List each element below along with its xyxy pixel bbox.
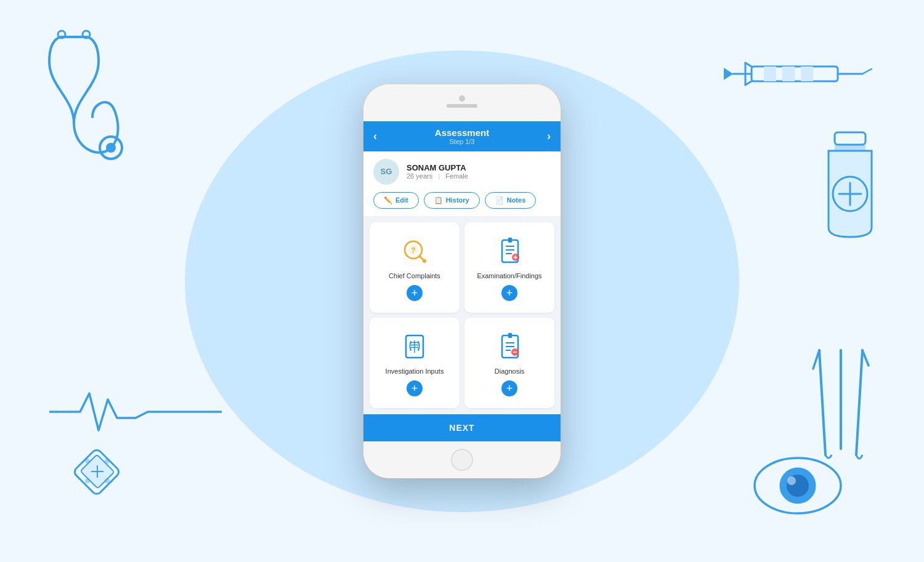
notes-icon: 📄 xyxy=(495,196,504,204)
notes-button[interactable]: 📄 Notes xyxy=(485,192,537,209)
svg-point-1 xyxy=(106,143,116,153)
history-button[interactable]: 📋 History xyxy=(424,192,480,209)
edit-button[interactable]: ✏️ Edit xyxy=(373,192,419,209)
svg-line-33 xyxy=(819,350,825,455)
svg-rect-28 xyxy=(835,132,865,145)
svg-line-36 xyxy=(856,350,862,455)
chief-complaints-icon: ? xyxy=(399,236,430,267)
edit-icon: ✏️ xyxy=(384,196,392,204)
assessment-title-block: Assessment Step 1/3 xyxy=(435,127,489,145)
examination-findings-label: Examination/Findings xyxy=(477,271,541,280)
home-button[interactable] xyxy=(451,449,473,471)
patient-age: 26 years xyxy=(407,172,432,180)
dental-tools-icon xyxy=(801,344,875,470)
svg-point-22 xyxy=(85,478,90,483)
svg-point-42 xyxy=(423,259,426,263)
svg-rect-32 xyxy=(835,145,865,151)
examination-findings-add-button[interactable]: + xyxy=(501,285,517,301)
investigation-inputs-icon xyxy=(399,331,430,362)
svg-rect-7 xyxy=(782,66,795,81)
svg-line-37 xyxy=(862,350,869,366)
assessment-step: Step 1/3 xyxy=(435,138,489,145)
phone-device: ‹ Assessment Step 1/3 › SG SONAM GUPTA 2… xyxy=(363,84,561,478)
app-content: ‹ Assessment Step 1/3 › SG SONAM GUPTA 2… xyxy=(363,121,561,441)
patient-card: SG SONAM GUPTA 26 years | Female xyxy=(363,151,561,192)
investigation-inputs-label: Investigation Inputs xyxy=(386,367,444,375)
chief-complaints-label: Chief Complaints xyxy=(389,271,440,280)
patient-gender: Female xyxy=(445,172,468,180)
back-arrow[interactable]: ‹ xyxy=(373,130,377,143)
svg-rect-57 xyxy=(508,333,512,338)
chief-complaints-card[interactable]: ? Chief Complaints + xyxy=(370,222,460,313)
assessment-grid: ? Chief Complaints + xyxy=(363,216,561,414)
medicine-bottle-icon xyxy=(813,123,887,249)
svg-rect-47 xyxy=(508,238,512,243)
svg-point-20 xyxy=(85,459,90,464)
svg-text:?: ? xyxy=(411,246,415,255)
next-button[interactable]: NEXT xyxy=(363,414,561,441)
edit-button-label: Edit xyxy=(395,196,408,204)
phone-bottom-bar xyxy=(363,441,561,478)
assessment-title: Assessment xyxy=(435,127,489,138)
history-button-label: History xyxy=(446,196,469,204)
svg-point-21 xyxy=(105,459,110,464)
bandage-icon xyxy=(74,436,160,513)
heartbeat-icon xyxy=(49,387,222,439)
examination-findings-card[interactable]: Examination/Findings + xyxy=(464,222,554,313)
svg-point-23 xyxy=(105,478,110,483)
diagnosis-icon xyxy=(494,331,525,362)
assessment-header: ‹ Assessment Step 1/3 › xyxy=(363,121,561,151)
history-icon: 📋 xyxy=(434,196,443,204)
phone-top-bar xyxy=(363,84,561,121)
svg-marker-15 xyxy=(724,68,733,80)
stethoscope-icon xyxy=(37,25,160,212)
action-buttons-row: ✏️ Edit 📋 History 📄 Notes xyxy=(363,192,561,216)
diagnosis-label: Diagnosis xyxy=(495,367,524,375)
diagnosis-card[interactable]: Diagnosis + xyxy=(464,318,554,408)
patient-details: 26 years | Female xyxy=(407,172,468,180)
phone-camera xyxy=(459,95,465,102)
svg-line-34 xyxy=(813,350,819,369)
diagnosis-add-button[interactable]: + xyxy=(501,380,517,396)
phone-screen: ‹ Assessment Step 1/3 › SG SONAM GUPTA 2… xyxy=(363,84,561,478)
forward-arrow[interactable]: › xyxy=(547,130,551,143)
patient-name: SONAM GUPTA xyxy=(407,163,468,172)
patient-info: SONAM GUPTA 26 years | Female xyxy=(407,163,468,180)
investigation-inputs-add-button[interactable]: + xyxy=(407,380,423,396)
svg-line-10 xyxy=(862,69,872,74)
svg-point-27 xyxy=(787,476,796,485)
syringe-icon xyxy=(715,49,875,101)
patient-avatar: SG xyxy=(373,159,399,185)
svg-rect-6 xyxy=(764,66,776,81)
separator: | xyxy=(438,172,440,180)
phone-speaker xyxy=(447,104,477,108)
notes-button-label: Notes xyxy=(507,196,526,204)
chief-complaints-add-button[interactable]: + xyxy=(407,285,423,301)
svg-rect-8 xyxy=(801,66,813,81)
examination-findings-icon xyxy=(494,236,525,267)
investigation-inputs-card[interactable]: Investigation Inputs + xyxy=(370,318,460,408)
